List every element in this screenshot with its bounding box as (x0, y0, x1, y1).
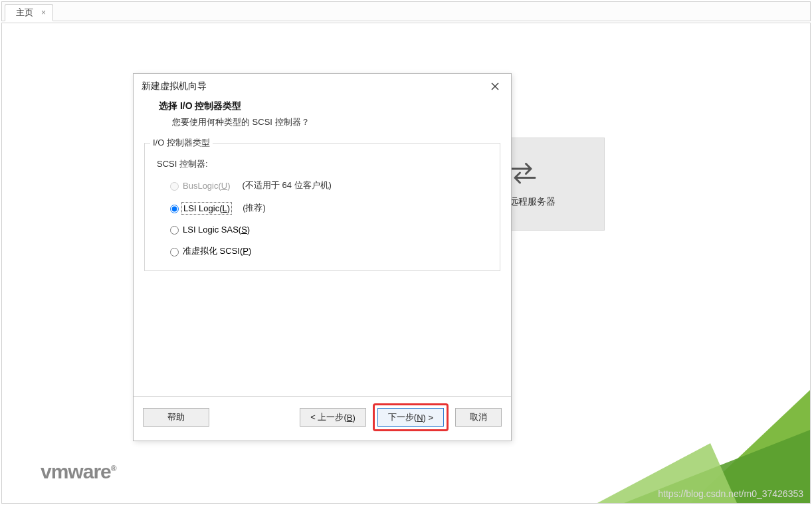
dialog-close-button[interactable] (487, 78, 503, 94)
radio-paravirtual-label: 准虚拟化 SCSI(P) (183, 245, 251, 257)
dialog-titlebar[interactable]: 新建虚拟机向导 (134, 74, 511, 99)
tab-home[interactable]: 主页 × (5, 4, 53, 21)
radio-buslogic: BusLogic(U) (不适用于 64 位客户机) (170, 179, 488, 191)
radio-lsilogic-note: (推荐) (243, 202, 266, 214)
new-vm-wizard-dialog: 新建虚拟机向导 选择 I/O 控制器类型 您要使用何种类型的 SCSI 控制器？… (133, 73, 512, 441)
close-icon[interactable]: × (41, 8, 46, 17)
transfer-arrows-icon (507, 160, 539, 185)
radio-paravirtual-input[interactable] (170, 248, 179, 256)
io-controller-group: I/O 控制器类型 SCSI 控制器: BusLogic(U) (不适用于 64… (144, 143, 500, 271)
svg-marker-0 (690, 390, 810, 503)
help-button[interactable]: 帮助 (143, 408, 209, 427)
dialog-header-subtitle: 您要使用何种类型的 SCSI 控制器？ (172, 116, 495, 128)
next-button-highlight: 下一步(N) > (373, 403, 449, 431)
next-button[interactable]: 下一步(N) > (377, 408, 444, 427)
radio-paravirtual[interactable]: 准虚拟化 SCSI(P) (170, 245, 488, 257)
content-area: 连接远程服务器 vmware® https://blog.csdn.net/m0… (1, 23, 811, 504)
cancel-button[interactable]: 取消 (455, 408, 502, 427)
tab-label: 主页 (16, 7, 33, 19)
dialog-footer: 帮助 < 上一步(B) 下一步(N) > 取消 (134, 396, 511, 441)
scsi-controller-label: SCSI 控制器: (157, 158, 488, 170)
radio-lsilogic-label: LSI Logic(L) (183, 203, 231, 213)
dialog-header-title: 选择 I/O 控制器类型 (159, 100, 495, 112)
radio-lsilogic[interactable]: LSI Logic(L) (推荐) (170, 202, 488, 214)
radio-buslogic-note: (不适用于 64 位客户机) (243, 179, 332, 191)
group-legend: I/O 控制器类型 (150, 137, 213, 149)
radio-lsilogic-sas-input[interactable] (170, 226, 179, 235)
radio-buslogic-input (170, 182, 179, 191)
vmware-logo: vmware® (41, 460, 116, 483)
close-icon (491, 82, 499, 90)
decorative-shapes (544, 370, 810, 503)
radio-buslogic-label: BusLogic(U) (183, 181, 231, 191)
dialog-header: 选择 I/O 控制器类型 您要使用何种类型的 SCSI 控制器？ (134, 99, 511, 140)
radio-lsilogic-sas[interactable]: LSI Logic SAS(S) (170, 225, 488, 235)
dialog-title: 新建虚拟机向导 (142, 80, 207, 92)
back-button[interactable]: < 上一步(B) (300, 408, 366, 427)
radio-lsilogic-sas-label: LSI Logic SAS(S) (183, 225, 250, 235)
watermark-text: https://blog.csdn.net/m0_37426353 (658, 488, 803, 499)
tab-bar: 主页 × (1, 1, 811, 21)
radio-lsilogic-input[interactable] (170, 205, 179, 213)
